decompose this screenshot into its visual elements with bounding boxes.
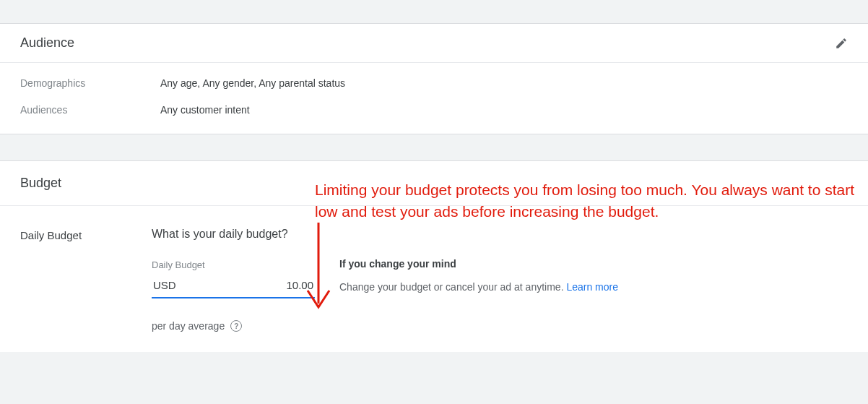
- currency-label: USD: [153, 279, 176, 291]
- change-mind-heading: If you change your mind: [339, 258, 729, 270]
- per-day-row: per day average ?: [152, 320, 339, 332]
- daily-budget-heading: What is your daily budget?: [152, 228, 339, 241]
- daily-budget-input-label: Daily Budget: [152, 259, 339, 270]
- demographics-label: Demographics: [20, 76, 160, 91]
- audience-details: Demographics Any age, Any gender, Any pa…: [0, 62, 868, 134]
- top-spacer: [0, 0, 868, 23]
- daily-budget-mid: What is your daily budget? Daily Budget …: [152, 228, 339, 332]
- per-day-text: per day average: [152, 320, 225, 332]
- change-mind-text: Change your budget or cancel your ad at …: [339, 280, 729, 295]
- budget-header: Budget: [0, 161, 868, 206]
- daily-budget-input-block: Daily Budget USD: [152, 259, 339, 298]
- help-icon[interactable]: ?: [230, 320, 242, 332]
- audience-header[interactable]: Audience: [0, 24, 868, 62]
- budget-section: Budget Daily Budget What is your daily b…: [0, 160, 868, 352]
- budget-title: Budget: [20, 176, 848, 191]
- change-mind-desc: Change your budget or cancel your ad at …: [339, 281, 566, 293]
- budget-body: Daily Budget What is your daily budget? …: [0, 206, 868, 352]
- edit-icon[interactable]: [835, 37, 848, 50]
- daily-budget-left: Daily Budget: [20, 228, 152, 332]
- audiences-value: Any customer intent: [160, 103, 250, 118]
- audience-title: Audience: [20, 35, 74, 51]
- audiences-label: Audiences: [20, 103, 160, 118]
- daily-budget-input-field[interactable]: USD: [152, 276, 315, 298]
- daily-budget-label: Daily Budget: [20, 228, 152, 241]
- demographics-value: Any age, Any gender, Any parental status: [160, 76, 345, 91]
- audience-section: Audience Demographics Any age, Any gende…: [0, 23, 868, 134]
- budget-amount-input[interactable]: [227, 279, 313, 291]
- learn-more-link[interactable]: Learn more: [566, 281, 618, 293]
- demographics-row: Demographics Any age, Any gender, Any pa…: [20, 76, 848, 91]
- audiences-row: Audiences Any customer intent: [20, 103, 848, 118]
- budget-right: If you change your mind Change your budg…: [339, 228, 729, 332]
